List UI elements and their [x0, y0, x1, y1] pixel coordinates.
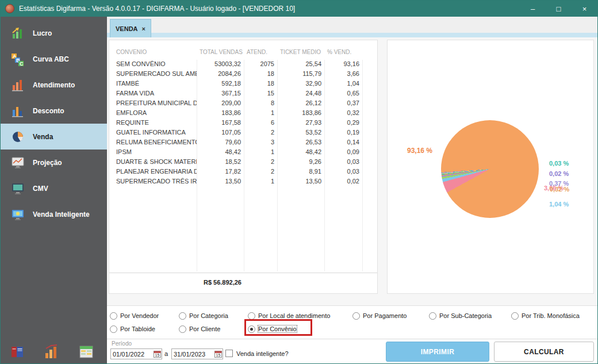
- periodo-label: Período: [112, 340, 132, 347]
- maximize-button[interactable]: □: [546, 1, 572, 17]
- table-row[interactable]: FARMA VIDA367,151524,480,65: [113, 88, 373, 98]
- radio-por-vendedor[interactable]: Por Vendedor: [110, 311, 159, 320]
- cell-perc-vend: 0,02: [324, 178, 362, 185]
- radio-label: Por Local de atendimento: [258, 312, 330, 319]
- radio-icon[interactable]: [429, 312, 436, 320]
- radio-icon[interactable]: [352, 312, 360, 320]
- checkbox-icon[interactable]: [225, 350, 233, 357]
- pie-chart-panel: 93,16 % 0,03 % 0,02 % 0,37 % 3,66 % 0,32…: [387, 40, 594, 294]
- cell-atend: 2075: [244, 60, 277, 67]
- cell-atend: 6: [244, 119, 277, 126]
- sidebar-item-venda[interactable]: Venda: [1, 124, 107, 150]
- table-footer: R$ 56.892,26: [109, 273, 377, 293]
- radio-por-local-de-atendimento[interactable]: Por Local de atendimento: [248, 311, 330, 320]
- tab-close-icon[interactable]: ×: [142, 25, 145, 32]
- radio-icon-selected[interactable]: [248, 325, 255, 333]
- column-separator: [277, 60, 278, 271]
- sales-chart-icon[interactable]: [44, 344, 59, 359]
- cell-atend: 2: [244, 158, 277, 165]
- date-to-field[interactable]: 31/01/2023 15: [171, 348, 223, 359]
- column-header-total-vendas[interactable]: TOTAL VENDAS: [197, 49, 244, 55]
- sidebar-item-atendimento[interactable]: Atendimento: [1, 72, 107, 98]
- radio-icon[interactable]: [511, 312, 519, 320]
- cell-atend: 18: [244, 70, 277, 77]
- table-row[interactable]: SUPERMERCADO SUL AME...2084,2618115,793,…: [113, 68, 373, 78]
- cell-total-vendas: 209,00: [197, 99, 244, 106]
- cell-ticket-medio: 115,79: [277, 70, 324, 77]
- venda-inteligente-checkbox[interactable]: Venda inteligente?: [225, 350, 289, 357]
- ledger-book-icon[interactable]: [10, 344, 25, 359]
- column-separator: [197, 60, 197, 271]
- tab-strip: [107, 17, 597, 33]
- cell-convenio: SUPERMERCADO TRÊS IRM...: [113, 178, 197, 185]
- svg-text:15: 15: [155, 353, 160, 357]
- radio-icon[interactable]: [110, 325, 117, 333]
- table-row[interactable]: PLANEJAR ENGENHARIA D...17,8228,910,03: [113, 166, 373, 176]
- table-row[interactable]: REQUINTE167,58627,930,29: [113, 117, 373, 127]
- radio-por-categoria[interactable]: Por Categoria: [179, 311, 228, 320]
- column-header-perc-vend[interactable]: % VEND.: [324, 49, 362, 55]
- table-row[interactable]: SUPERMERCADO TRÊS IRM...13,50113,500,02: [113, 176, 373, 186]
- sidebar-item-label: Venda Inteligente: [33, 210, 90, 219]
- minimize-button[interactable]: –: [520, 1, 546, 17]
- table-row[interactable]: PREFEITURA MUNICIPAL D...209,00826,120,3…: [113, 98, 373, 108]
- tab-underline-band: [107, 33, 597, 37]
- cell-perc-vend: 0,37: [324, 99, 362, 106]
- pie-chart: [441, 120, 539, 218]
- sidebar-item-label: Atendimento: [33, 81, 75, 89]
- sidebar-item-desconto[interactable]: Desconto: [1, 98, 107, 124]
- tab-venda-label: VENDA: [116, 25, 138, 32]
- cell-atend: 2: [244, 168, 277, 175]
- pie-label-main: 93,16 %: [407, 147, 432, 155]
- cell-perc-vend: 0,14: [324, 139, 362, 145]
- cell-ticket-medio: 25,54: [277, 60, 324, 67]
- radio-por-sub-categoria[interactable]: Por Sub-Categoria: [429, 311, 492, 320]
- radio-label: Por Vendedor: [120, 312, 159, 319]
- calendar-icon[interactable]: 15: [153, 350, 162, 358]
- radio-por-trib-monofasica[interactable]: Por Trib. Monofásica: [511, 311, 580, 320]
- cell-ticket-medio: 26,12: [277, 99, 324, 106]
- table-row[interactable]: GUATEL INFORMATICA107,05253,520,19: [113, 127, 373, 137]
- date-separator: a: [164, 350, 168, 357]
- column-header-atend[interactable]: ATEND.: [244, 49, 277, 55]
- table-row[interactable]: SEM CONVÊNIO53003,32207525,5493,16: [113, 59, 373, 68]
- sidebar-item-venda-inteligente[interactable]: Venda Inteligente: [1, 201, 107, 227]
- tab-venda[interactable]: VENDA ×: [110, 19, 151, 37]
- table-row[interactable]: RELUMA BENEFICIAMENTO...79,60326,530,14: [113, 137, 373, 147]
- radio-por-pagamento[interactable]: Por Pagamento: [352, 311, 407, 320]
- cell-convenio: PLANEJAR ENGENHARIA D...: [113, 168, 197, 175]
- table-row[interactable]: DUARTE & SHOCK MATERI...18,5229,260,03: [113, 156, 373, 166]
- radio-icon[interactable]: [179, 312, 186, 320]
- radio-por-tabloide[interactable]: Por Tabloide: [110, 324, 155, 334]
- sidebar-item-projecao[interactable]: Projeção: [1, 150, 107, 175]
- abc-curve-icon: ABC: [11, 52, 25, 66]
- radio-icon[interactable]: [248, 312, 255, 320]
- sidebar-item-curva-abc[interactable]: ABC Curva ABC: [1, 46, 107, 72]
- spreadsheet-icon[interactable]: [79, 344, 94, 359]
- cell-ticket-medio: 13,50: [277, 178, 324, 185]
- radio-label: Por Sub-Categoria: [439, 312, 492, 319]
- table-row[interactable]: EMFLORA183,861183,860,32: [113, 108, 373, 117]
- cell-convenio: GUATEL INFORMATICA: [113, 129, 197, 136]
- radio-label: Por Tabloide: [120, 325, 155, 332]
- date-from-field[interactable]: 01/01/2022 15: [110, 348, 162, 359]
- convenio-table-panel: CONVENIO TOTAL VENDAS ATEND. TICKET MÉDI…: [109, 40, 378, 294]
- cell-atend: 2: [244, 129, 277, 136]
- column-header-convenio[interactable]: CONVENIO: [113, 49, 197, 55]
- pie-label: 1,04 %: [549, 201, 569, 208]
- table-row[interactable]: ITAMBÉ592,181832,901,04: [113, 78, 373, 88]
- sidebar-item-lucro[interactable]: Lucro: [1, 20, 107, 46]
- sidebar-item-cmv[interactable]: CMV: [1, 175, 107, 201]
- radio-icon[interactable]: [179, 325, 186, 333]
- calcular-button[interactable]: CALCULAR: [494, 342, 594, 362]
- column-header-ticket-medio[interactable]: TICKET MÉDIO: [277, 49, 324, 55]
- close-button[interactable]: ×: [572, 1, 597, 17]
- calendar-icon[interactable]: 15: [214, 350, 223, 358]
- radio-icon[interactable]: [110, 312, 117, 320]
- imprimir-button[interactable]: IMPRIMIR: [386, 342, 489, 362]
- sidebar-item-label: Curva ABC: [33, 55, 69, 63]
- radio-por-cliente[interactable]: Por Cliente: [179, 324, 220, 334]
- radio-por-convenio[interactable]: Por Convênio: [248, 324, 297, 334]
- cell-convenio: RELUMA BENEFICIAMENTO...: [113, 139, 197, 145]
- table-row[interactable]: IPSM48,42148,420,09: [113, 147, 373, 156]
